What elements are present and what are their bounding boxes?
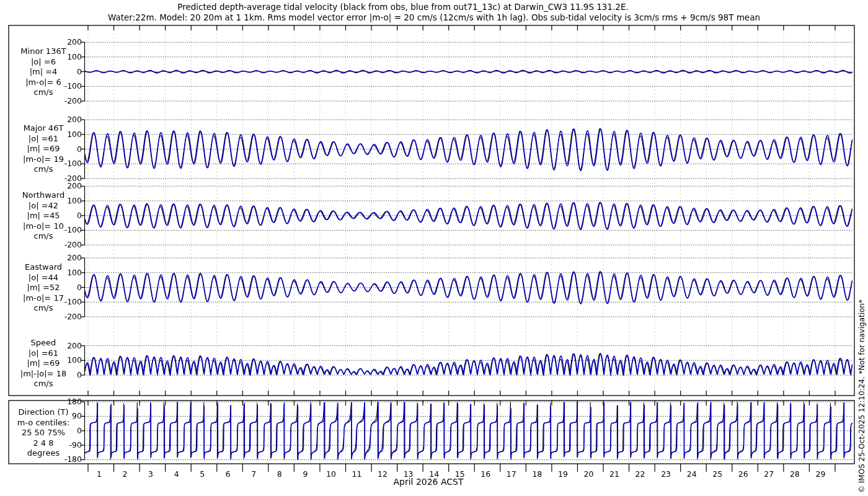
day-label: 29 [810,469,831,479]
y-tick-label-major: 100 [53,130,82,140]
day-label: 26 [733,469,754,479]
y-tick-label-north: -100 [53,225,82,235]
day-label: 23 [655,469,676,479]
y-tick-label-direction: -90 [53,440,82,450]
panel-label-line: cm/s [6,379,81,389]
tidal-plot-canvas [0,0,868,496]
y-tick-label-north: -200 [53,240,82,250]
day-label: 27 [758,469,779,479]
day-label: 24 [681,469,702,479]
y-tick-label-east: 200 [53,253,82,263]
y-tick-label-direction: 180 [53,397,82,407]
tidal-velocity-figure: Predicted depth-average tidal velocity (… [0,0,868,496]
day-label: 9 [294,469,316,479]
y-tick-label-east: -100 [53,297,82,307]
watermark-text: © IMOS 25-Oct-2025 12:10:24. *Not for na… [857,299,866,493]
day-label: 7 [243,469,264,479]
day-label: 2 [115,469,136,479]
day-label: 4 [166,469,187,479]
y-tick-label-speed: 200 [53,341,82,351]
y-tick-label-minor: 100 [53,52,82,62]
y-tick-label-speed: 100 [53,355,82,365]
y-tick-label-minor: -200 [53,96,82,106]
day-label: 25 [707,469,728,479]
day-label: 28 [784,469,805,479]
day-label: 5 [192,469,213,479]
day-label: 18 [526,469,547,479]
y-tick-label-major: 200 [53,115,82,125]
day-label: 19 [552,469,574,479]
y-tick-label-north: 0 [53,211,82,221]
y-tick-label-east: -200 [53,312,82,322]
y-tick-label-east: 0 [53,283,82,293]
day-label: 3 [140,469,161,479]
y-tick-label-north: 200 [53,181,82,191]
day-label: 10 [321,469,342,479]
y-tick-label-minor: -100 [53,81,82,91]
y-tick-label-direction: 0 [53,426,82,436]
y-tick-label-direction: 90 [53,411,82,421]
y-tick-label-major: 0 [53,144,82,154]
y-tick-label-minor: 200 [53,37,82,47]
day-label: 17 [501,469,522,479]
figure-subtitle: Water:22m. Model: 20 20m at 1 1km. Rms m… [0,12,868,22]
day-label: 6 [218,469,239,479]
y-tick-label-direction: -180 [53,454,82,464]
y-tick-label-north: 100 [53,196,82,206]
day-label: 21 [604,469,625,479]
y-tick-label-minor: 0 [53,67,82,77]
y-tick-label-east: 100 [53,268,82,278]
y-tick-label-major: -100 [53,159,82,169]
day-label: 8 [269,469,290,479]
day-label: 11 [347,469,368,479]
y-tick-label-speed: 0 [53,370,82,380]
day-label: 1 [89,469,110,479]
day-label: 20 [578,469,599,479]
x-axis-title: April 2026 ACST [366,477,490,487]
figure-title: Predicted depth-average tidal velocity (… [0,2,806,12]
day-label: 22 [630,469,651,479]
